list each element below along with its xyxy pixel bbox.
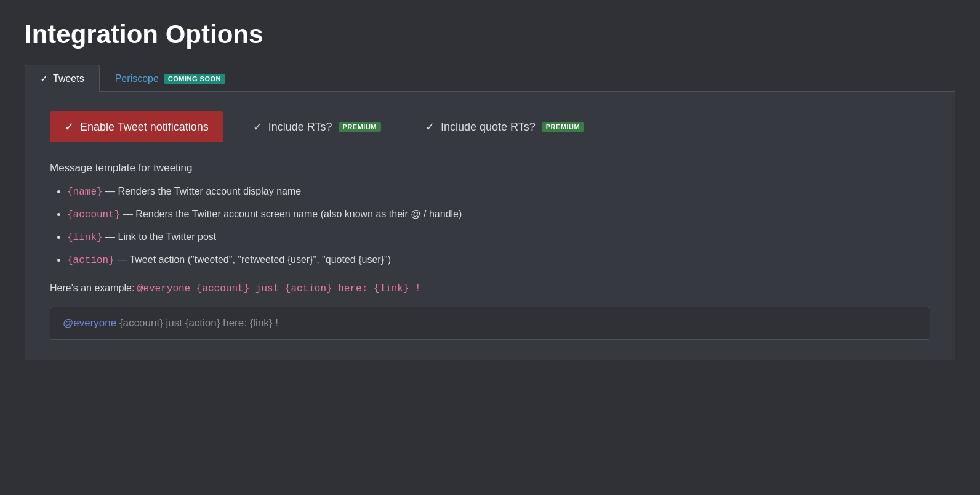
include-rts-premium-badge: PREMIUM [339, 122, 381, 132]
include-quote-rts-premium-badge: PREMIUM [542, 122, 584, 132]
include-quote-rts-label: Include quote RTs? [441, 121, 536, 134]
toggle-row: ✓ Enable Tweet notifications ✓ Include R… [50, 111, 930, 142]
check-icon-enable: ✓ [65, 120, 74, 134]
var-desc-action: — Tweet action ("tweeted", "retweeted {u… [117, 254, 391, 265]
coming-soon-badge: COMING SOON [164, 74, 225, 84]
list-item: {action} — Tweet action ("tweeted", "ret… [67, 252, 930, 268]
example-prefix: Here's an example: [50, 283, 134, 293]
template-input-container[interactable]: @everyone {account} just {action} here: … [50, 307, 930, 340]
check-icon-rts: ✓ [253, 120, 262, 134]
tab-tweets[interactable]: ✓ Tweets [25, 65, 100, 92]
tab-periscope-label: Periscope [115, 73, 159, 84]
everyone-mention: @everyone [63, 317, 116, 329]
tab-content-tweets: ✓ Enable Tweet notifications ✓ Include R… [25, 92, 955, 360]
input-rest-text: {account} just {action} here: {link} ! [119, 317, 278, 329]
var-desc-link: — Link to the Twitter post [105, 231, 216, 242]
var-token-name: {name} [67, 187, 103, 198]
list-item: {link} — Link to the Twitter post [67, 230, 930, 245]
var-token-account: {account} [67, 209, 120, 220]
example-row: Here's an example: @everyone {account} j… [50, 283, 930, 294]
enable-tweet-label: Enable Tweet notifications [80, 121, 209, 134]
var-token-link: {link} [67, 232, 103, 243]
include-rts-toggle[interactable]: ✓ Include RTs? PREMIUM [238, 111, 396, 142]
include-rts-label: Include RTs? [268, 121, 332, 134]
template-section: Message template for tweeting {name} — R… [50, 162, 930, 268]
tabs-container: ✓ Tweets Periscope COMING SOON [25, 64, 955, 92]
check-icon-quote-rts: ✓ [425, 120, 435, 134]
template-label: Message template for tweeting [50, 162, 930, 174]
include-quote-rts-toggle[interactable]: ✓ Include quote RTs? PREMIUM [411, 111, 599, 142]
var-token-action: {action} [67, 255, 114, 266]
example-code: @everyone {account} just {action} here: … [137, 283, 421, 294]
page-container: Integration Options ✓ Tweets Periscope C… [0, 0, 980, 380]
var-desc-account: — Renders the Twitter account screen nam… [123, 209, 462, 219]
template-variable-list: {name} — Renders the Twitter account dis… [50, 184, 930, 268]
list-item: {name} — Renders the Twitter account dis… [67, 184, 930, 199]
tab-tweets-label: Tweets [53, 73, 84, 84]
check-icon-tweets: ✓ [40, 73, 48, 84]
var-desc-name: — Renders the Twitter account display na… [105, 186, 301, 196]
list-item: {account} — Renders the Twitter account … [67, 207, 930, 222]
template-input-display: @everyone {account} just {action} here: … [63, 317, 917, 329]
enable-tweet-toggle[interactable]: ✓ Enable Tweet notifications [50, 111, 223, 142]
page-title: Integration Options [25, 20, 955, 49]
tab-periscope[interactable]: Periscope COMING SOON [100, 65, 241, 92]
